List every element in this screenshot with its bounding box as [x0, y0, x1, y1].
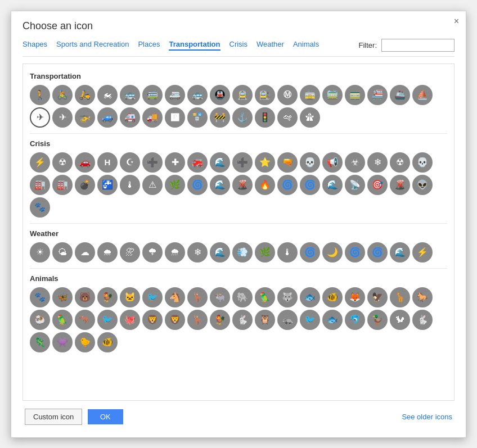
icon-btn[interactable]: 🏭: [30, 175, 50, 195]
icon-btn[interactable]: ☀: [30, 242, 50, 263]
icon-btn[interactable]: ❄: [367, 152, 388, 173]
nav-weather[interactable]: Weather: [256, 40, 284, 51]
icon-btn[interactable]: 🐏: [30, 310, 50, 330]
icon-btn[interactable]: 🌀: [367, 242, 388, 263]
icon-btn[interactable]: 🚊: [232, 85, 253, 105]
icon-btn[interactable]: 🌿: [255, 242, 275, 263]
icon-btn[interactable]: ❄: [187, 242, 208, 263]
icon-btn[interactable]: 🚶: [30, 85, 50, 105]
icon-btn[interactable]: ✈: [52, 107, 73, 128]
icon-btn[interactable]: 🐇: [412, 310, 433, 330]
icon-btn[interactable]: 🌀: [345, 242, 365, 263]
icon-btn[interactable]: 💨: [232, 242, 253, 263]
icon-btn[interactable]: 🦜: [52, 310, 73, 330]
icon-btn[interactable]: 🐠: [97, 332, 118, 352]
icon-btn[interactable]: 🦌: [187, 287, 208, 307]
nav-animals[interactable]: Animals: [293, 40, 319, 51]
icon-btn[interactable]: ⭐: [255, 152, 275, 173]
icon-btn[interactable]: 🚉: [255, 85, 275, 105]
icon-btn[interactable]: 🚰: [97, 175, 118, 195]
icon-btn[interactable]: 🔥: [255, 175, 275, 195]
icon-btn[interactable]: 🦌: [187, 310, 208, 330]
icon-btn[interactable]: 🦉: [255, 310, 275, 330]
icon-btn[interactable]: 🐃: [210, 287, 230, 307]
icon-btn[interactable]: 🚇: [210, 85, 230, 105]
icon-btn[interactable]: 🚃: [345, 85, 365, 105]
ok-button[interactable]: OK: [88, 409, 123, 424]
icon-btn[interactable]: 🌊: [322, 175, 343, 195]
icon-btn[interactable]: ⚓: [232, 107, 253, 128]
icon-btn[interactable]: ☣: [345, 152, 365, 173]
icon-btn[interactable]: 🎯: [367, 175, 388, 195]
icon-btn[interactable]: H: [97, 152, 118, 173]
icon-btn[interactable]: 🦜: [255, 287, 275, 307]
nav-shapes[interactable]: Shapes: [22, 40, 47, 51]
icon-btn[interactable]: 🦅: [367, 287, 388, 307]
icon-btn[interactable]: 🦁: [142, 310, 163, 330]
icon-btn[interactable]: 🌊: [210, 175, 230, 195]
icon-btn[interactable]: 🚎: [142, 85, 163, 105]
icon-btn[interactable]: ☪: [120, 152, 140, 173]
icon-btn[interactable]: 🚒: [187, 152, 208, 173]
icon-btn[interactable]: ⛈: [120, 242, 140, 263]
icon-btn[interactable]: 🌡: [120, 175, 140, 195]
content-area[interactable]: Transportation 🚶 🚴 🛵 🏍 🚌 🚎 🚐 🚌 🚇 🚊 🚉 Ⓜ 🚋…: [22, 64, 454, 401]
icon-btn[interactable]: 🐦: [300, 310, 320, 330]
close-button[interactable]: ×: [454, 17, 459, 26]
icon-btn[interactable]: 🐱: [120, 287, 140, 307]
icon-btn[interactable]: 🦋: [52, 287, 73, 307]
icon-btn[interactable]: 🔫: [277, 152, 298, 173]
icon-btn[interactable]: 🚁: [75, 107, 95, 128]
icon-btn[interactable]: 🌀: [300, 175, 320, 195]
icon-btn[interactable]: 🐾: [30, 287, 50, 307]
icon-btn[interactable]: ⚡: [30, 152, 50, 173]
icon-btn[interactable]: 🚞: [322, 85, 343, 105]
icon-btn[interactable]: 🛣: [300, 107, 320, 128]
icon-btn[interactable]: 🐟: [300, 287, 320, 307]
filter-input[interactable]: [381, 39, 454, 52]
icon-btn[interactable]: ➕: [232, 152, 253, 173]
icon-btn[interactable]: 🐤: [75, 332, 95, 352]
icon-btn[interactable]: 🐙: [120, 310, 140, 330]
icon-btn[interactable]: 🐘: [232, 287, 253, 307]
icon-btn[interactable]: 🐾: [30, 197, 50, 218]
icon-btn[interactable]: 🚢: [390, 85, 410, 105]
icon-btn[interactable]: ☁: [75, 242, 95, 263]
icon-btn[interactable]: 🌊: [210, 242, 230, 263]
icon-btn[interactable]: 🌤: [52, 242, 73, 263]
icon-btn[interactable]: 🚌: [120, 85, 140, 105]
icon-btn[interactable]: ☢: [390, 152, 410, 173]
icon-btn[interactable]: 🌊: [390, 242, 410, 263]
nav-places[interactable]: Places: [138, 40, 160, 51]
icon-btn[interactable]: 🚧: [210, 107, 230, 128]
icon-btn[interactable]: ☢: [52, 152, 73, 173]
icon-btn[interactable]: 👽: [412, 175, 433, 195]
nav-crisis[interactable]: Crisis: [230, 40, 248, 51]
icon-btn[interactable]: ➕: [142, 152, 163, 173]
icon-btn[interactable]: 🏍: [97, 85, 118, 105]
icon-btn[interactable]: 🏭: [52, 175, 73, 195]
icon-btn[interactable]: 📢: [322, 152, 343, 173]
icon-btn[interactable]: 🚋: [300, 85, 320, 105]
icon-btn[interactable]: 🛵: [75, 85, 95, 105]
icon-btn[interactable]: 🌧: [97, 242, 118, 263]
icon-btn[interactable]: 🌊: [210, 152, 230, 173]
icon-btn[interactable]: 🚦: [255, 107, 275, 128]
icon-btn[interactable]: 🅿: [165, 107, 185, 128]
icon-btn[interactable]: Ⓜ: [277, 85, 298, 105]
icon-btn[interactable]: 💀: [412, 152, 433, 173]
icon-btn[interactable]: 💣: [75, 175, 95, 195]
icon-btn[interactable]: 🌋: [232, 175, 253, 195]
icon-btn[interactable]: 🦆: [367, 310, 388, 330]
icon-btn[interactable]: 🌀: [187, 175, 208, 195]
icon-btn[interactable]: 🌀: [277, 175, 298, 195]
icon-btn[interactable]: 🚴: [52, 85, 73, 105]
icon-btn[interactable]: ⚠: [142, 175, 163, 195]
icon-btn[interactable]: 🌋: [390, 175, 410, 195]
icon-btn[interactable]: 📡: [345, 175, 365, 195]
icon-btn[interactable]: 🐟: [322, 310, 343, 330]
icon-btn[interactable]: 🐎: [412, 287, 433, 307]
nav-sports[interactable]: Sports and Recreation: [56, 40, 129, 51]
icon-btn[interactable]: 🐬: [345, 310, 365, 330]
icon-btn[interactable]: 🦊: [345, 287, 365, 307]
